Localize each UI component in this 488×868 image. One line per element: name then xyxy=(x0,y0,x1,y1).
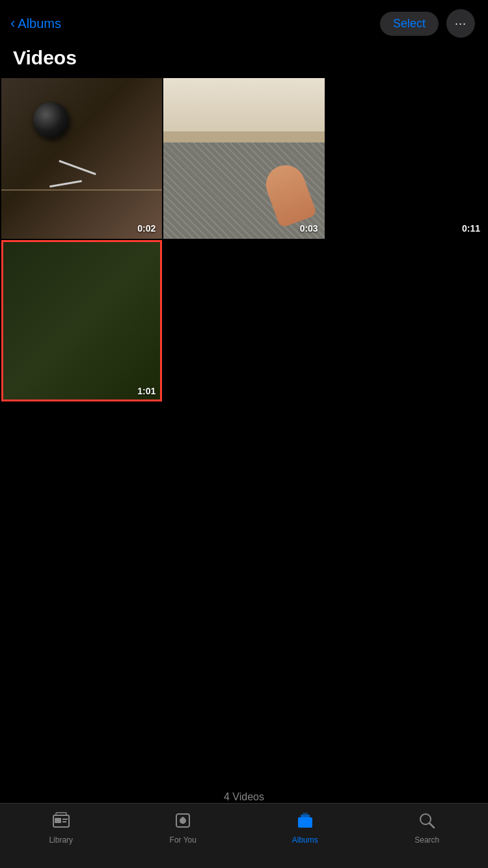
video-duration-2: 0:03 xyxy=(300,223,318,234)
cable2-decoration xyxy=(49,180,82,187)
chevron-left-icon: ‹ xyxy=(10,16,15,31)
tab-for-you-label: For You xyxy=(170,835,197,845)
video-thumb-2[interactable]: 0:03 xyxy=(163,78,324,239)
svg-rect-1 xyxy=(56,813,66,815)
cable-decoration xyxy=(59,160,96,175)
video-thumbnail-content-1 xyxy=(1,78,162,239)
video-duration-3: 0:11 xyxy=(462,223,480,234)
sphere-decoration xyxy=(33,102,69,138)
video-thumbnail-bg-3 xyxy=(326,78,487,239)
tab-for-you[interactable]: For You xyxy=(122,811,245,845)
svg-rect-6 xyxy=(298,817,312,828)
tab-albums-label: Albums xyxy=(292,835,318,845)
video-thumbnail-content-4 xyxy=(1,240,162,401)
header: ‹ Albums Select ··· xyxy=(0,0,488,44)
tab-bar: Library For You Albums Search xyxy=(0,803,488,868)
back-label: Albums xyxy=(18,16,61,31)
floor-decoration xyxy=(1,189,162,191)
back-button[interactable]: ‹ Albums xyxy=(10,16,61,31)
header-actions: Select ··· xyxy=(380,9,475,38)
tab-search[interactable]: Search xyxy=(366,811,489,845)
videos-count: 4 Videos xyxy=(0,791,488,803)
svg-rect-2 xyxy=(55,818,61,823)
tab-library-label: Library xyxy=(49,835,73,845)
more-button[interactable]: ··· xyxy=(446,9,475,38)
video-duration-4: 1:01 xyxy=(137,386,156,396)
video-thumbnail-bg-2 xyxy=(163,78,324,239)
video-duration-1: 0:02 xyxy=(137,223,156,234)
search-icon xyxy=(418,811,436,832)
video-thumb-1[interactable]: 0:02 xyxy=(1,78,162,239)
page-title: Videos xyxy=(0,44,488,78)
wall-decoration xyxy=(163,78,324,135)
tab-library[interactable]: Library xyxy=(0,811,122,845)
tab-search-label: Search xyxy=(414,835,439,845)
svg-rect-7 xyxy=(301,815,310,817)
video-thumbnail-bg-1 xyxy=(1,78,162,239)
svg-line-10 xyxy=(429,823,434,828)
tab-albums[interactable]: Albums xyxy=(244,811,366,845)
video-thumb-4[interactable]: 1:01 xyxy=(1,240,162,401)
svg-rect-8 xyxy=(303,813,308,815)
select-button[interactable]: Select xyxy=(380,12,439,36)
video-thumbnail-bg-4 xyxy=(1,240,162,401)
library-icon xyxy=(52,811,70,832)
video-thumbnail-content-2 xyxy=(163,78,324,239)
video-grid: 0:02 0:03 0:11 1:01 xyxy=(0,78,488,401)
video-thumb-3[interactable]: 0:11 xyxy=(326,78,487,239)
for-you-icon xyxy=(174,811,192,832)
ellipsis-icon: ··· xyxy=(455,17,467,31)
albums-icon xyxy=(296,811,314,832)
